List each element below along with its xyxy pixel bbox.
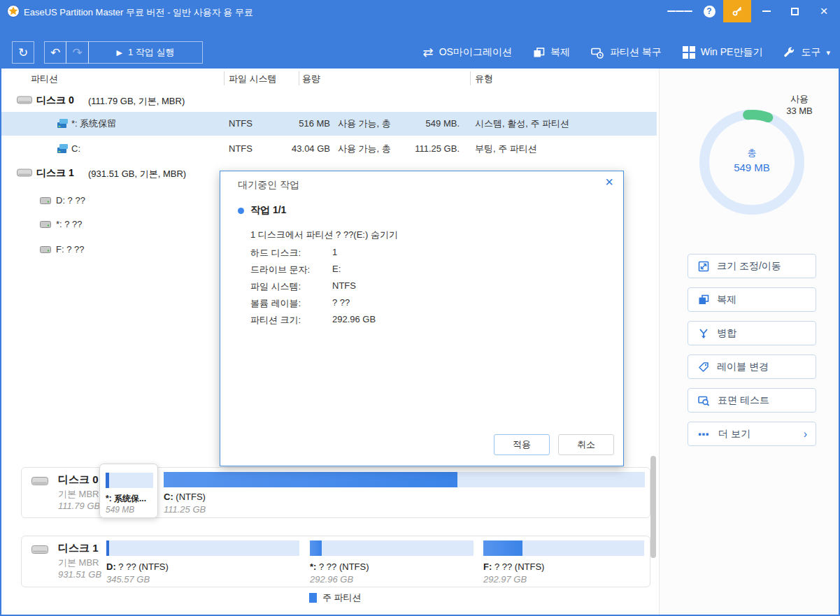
- disk-detail: (931.51 GB, 기본, MBR): [88, 168, 186, 180]
- close-button[interactable]: ×: [811, 0, 837, 22]
- disk-icon: [31, 545, 48, 554]
- field-label: 볼륨 레이블:: [250, 297, 301, 310]
- usage-total-label: 총 549 MB: [724, 147, 780, 173]
- task-description: 1 디스크에서 파티션 ? ??(E:) 숨기기: [250, 229, 398, 241]
- dialog-close-icon[interactable]: ×: [605, 174, 613, 190]
- table-row-disk0[interactable]: 디스크 0 (111.79 GB, 기본, MBR): [1, 89, 657, 112]
- cancel-button[interactable]: 취소: [558, 434, 614, 455]
- used-value: 33 MB: [778, 105, 820, 117]
- minimize-button[interactable]: [754, 0, 779, 22]
- disk-map-kind: 기본 MBR: [58, 557, 99, 569]
- toolbar-right-group: ⇄ OS마이그레이션 복제 파티션 복구 Win P: [423, 41, 830, 64]
- disk1-partition-d-label[interactable]: D: ? ?? (NTFS): [106, 561, 169, 572]
- maximize-button[interactable]: [782, 0, 807, 22]
- partition-name: D: ? ??: [56, 189, 85, 213]
- disk1-partition-star-label[interactable]: *: ? ?? (NTFS): [310, 561, 369, 572]
- clone-side-button[interactable]: 복제: [688, 287, 816, 312]
- copy-icon: [698, 294, 709, 306]
- field-value: NTFS: [332, 280, 356, 291]
- execute-operations-button[interactable]: ▶ 1 작업 실행: [88, 41, 203, 64]
- more-button[interactable]: 더 보기 ›: [688, 422, 816, 446]
- partition-name: C:: [71, 137, 80, 161]
- field-filesystem: 파일 시스템: NTFS: [250, 280, 586, 297]
- primary-partition-label: 주 파티션: [322, 592, 362, 604]
- total-label: 총: [724, 147, 780, 159]
- field-label: 파티션 크기:: [250, 314, 301, 327]
- change-label-button[interactable]: 레이블 변경: [688, 354, 816, 379]
- disk0-partition-reserved-card[interactable]: *: 系统保... 549 MB: [99, 464, 158, 518]
- key-icon: [732, 6, 743, 17]
- vertical-scrollbar[interactable]: [650, 456, 656, 558]
- more-label: 더 보기: [718, 428, 750, 440]
- clone-icon: [533, 47, 545, 59]
- disk0-partition-c-label[interactable]: C: (NTFS): [164, 492, 206, 502]
- undo-button[interactable]: ↶: [44, 41, 66, 64]
- field-value: 292.96 GB: [332, 314, 376, 324]
- merge-button[interactable]: 병합: [688, 321, 816, 345]
- column-partition[interactable]: 파티션: [31, 73, 58, 85]
- partition-letter: F:: [483, 561, 492, 572]
- column-capacity[interactable]: 용량: [302, 73, 320, 85]
- partition-recovery-button[interactable]: 파티션 복구: [591, 46, 662, 59]
- change-label-label: 레이블 변경: [717, 361, 769, 373]
- more-dots-icon: [698, 429, 711, 440]
- os-migration-label: OS마이그레이션: [439, 46, 512, 59]
- field-value: ? ??: [332, 297, 350, 308]
- disk1-partition-f-bar[interactable]: [483, 540, 644, 556]
- clone-label: 복제: [550, 46, 570, 59]
- partition-free: 43.04 GB: [269, 137, 330, 161]
- winpe-button[interactable]: Win PE만들기: [683, 46, 763, 59]
- execute-operations-label: 1 작업 실행: [128, 46, 174, 59]
- disk0-partition-c-bar[interactable]: [164, 472, 645, 487]
- upgrade-key-button[interactable]: [723, 0, 751, 22]
- legend-primary-partition: 주 파티션: [309, 592, 362, 604]
- drive-icon: [40, 221, 51, 228]
- titlebar-toolbar-band: EaseUS Partition Master 무료 버전 - 일반 사용자 용…: [0, 0, 840, 69]
- clone-button[interactable]: 복제: [533, 46, 570, 59]
- resize-move-button[interactable]: 크기 조정/이동: [688, 254, 816, 278]
- disk1-partition-d-size: 345.57 GB: [106, 574, 150, 585]
- surface-test-button[interactable]: 표면 테스트: [688, 388, 816, 413]
- os-migration-button[interactable]: ⇄ OS마이그레이션: [423, 45, 512, 60]
- tools-button[interactable]: 도구 ▾: [783, 46, 830, 59]
- column-type[interactable]: 유형: [475, 73, 493, 85]
- partition-name: F: ? ??: [56, 238, 84, 262]
- help-icon[interactable]: ?: [697, 0, 722, 22]
- partition-letter: *:: [310, 561, 316, 572]
- dialog-title: 대기중인 작업: [238, 179, 299, 192]
- redo-button[interactable]: ↷: [66, 41, 89, 64]
- pending-operations-dialog: 대기중인 작업 × 작업 1/1 1 디스크에서 파티션 ? ??(E:) 숨기…: [220, 171, 624, 466]
- partition-letter: D:: [106, 561, 116, 572]
- column-filesystem[interactable]: 파일 시스템: [229, 73, 277, 85]
- disk1-partition-star-size: 292.96 GB: [310, 574, 353, 585]
- primary-partition-swatch: [309, 593, 317, 603]
- disk0-partition-reserved-label: *: 系统保...: [106, 493, 146, 505]
- chevron-down-icon: ▾: [826, 48, 830, 57]
- apply-button[interactable]: 적용: [494, 434, 550, 455]
- refresh-button[interactable]: ↻: [12, 41, 34, 64]
- total-value: 549 MB: [724, 162, 780, 173]
- partition-fs-suffix: ? ?? (NTFS): [316, 561, 369, 572]
- partition-usage-label: 사용 가능, 총: [338, 112, 391, 136]
- os-migration-icon: ⇄: [423, 45, 434, 60]
- disk0-partition-reserved-bar: [106, 473, 153, 488]
- redo-icon: ↷: [72, 45, 82, 60]
- right-sidebar: 사용 33 MB 총 549 MB 크기 조정/이동 복제: [659, 69, 840, 616]
- winpe-label: Win PE만들기: [701, 46, 763, 59]
- partition-fs-suffix: (NTFS): [173, 492, 206, 502]
- table-row-c[interactable]: C: NTFS 43.04 GB 사용 가능, 총 111.25 GB. 부팅,…: [1, 137, 657, 161]
- wrench-icon: [783, 47, 795, 59]
- tag-icon: [698, 361, 709, 373]
- disk1-partition-d-bar[interactable]: [106, 540, 299, 556]
- partition-recovery-label: 파티션 복구: [610, 46, 662, 59]
- disk1-partition-f-label[interactable]: F: ? ?? (NTFS): [483, 561, 544, 572]
- refresh-icon: ↻: [18, 45, 28, 60]
- table-row-system-reserved[interactable]: *: 系统保留 NTFS 516 MB 사용 가능, 총 549 MB. 시스템…: [1, 112, 657, 136]
- menu-icon[interactable]: [667, 0, 692, 22]
- disk1-partition-star-bar[interactable]: [310, 540, 474, 556]
- drive-icon: [40, 246, 51, 253]
- task-bullet: [238, 208, 244, 214]
- undo-icon: ↶: [50, 45, 60, 60]
- partition-total: 549 MB.: [393, 112, 460, 136]
- disk-icon: [17, 169, 32, 178]
